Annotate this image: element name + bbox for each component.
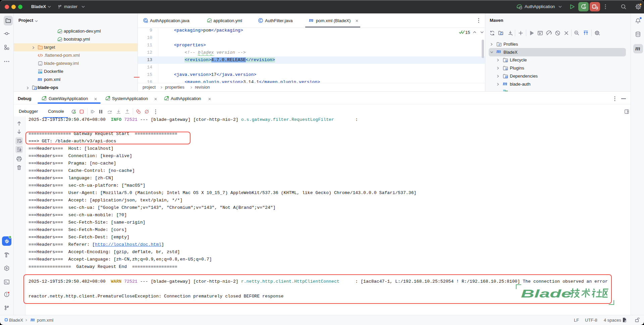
svg-text:D: D	[39, 72, 40, 74]
